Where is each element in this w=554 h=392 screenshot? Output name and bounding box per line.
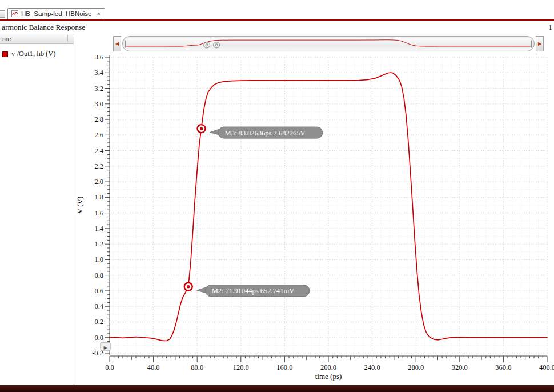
signal-color-swatch — [2, 51, 8, 57]
svg-text:0.2: 0.2 — [94, 318, 103, 326]
waveform-chart[interactable]: -0.20.00.20.40.60.81.01.21.41.61.82.02.2… — [74, 51, 554, 385]
svg-text:0.4: 0.4 — [94, 302, 103, 310]
window-menu-icon[interactable] — [0, 10, 5, 18]
svg-text:120.0: 120.0 — [233, 363, 249, 371]
svg-text:3.6: 3.6 — [94, 53, 103, 61]
page-number: 1 — [548, 23, 552, 32]
svg-text:0.8: 0.8 — [94, 271, 103, 279]
marker-m3[interactable]: M3: 83.82636ps 2.682265V — [198, 125, 323, 138]
svg-text:2.6: 2.6 — [94, 131, 103, 139]
status-bar — [0, 385, 554, 392]
tab-hb-samp[interactable]: HB_Samp-led_HBNoise × — [7, 8, 105, 19]
svg-text:280.0: 280.0 — [408, 363, 424, 371]
overview-trace — [125, 40, 532, 46]
viva-window: HB_Samp-led_HBNoise × armonic Balance Re… — [0, 0, 554, 392]
svg-text:0.6: 0.6 — [94, 287, 103, 295]
zoom-thumb-2[interactable] — [214, 42, 220, 48]
overview-waveform — [123, 37, 534, 51]
svg-text:2.4: 2.4 — [94, 147, 103, 155]
signal-panel: me v /Out1; hb (V) — [0, 34, 74, 385]
svg-text:240.0: 240.0 — [364, 363, 380, 371]
waveform-tab-icon — [11, 10, 18, 17]
marker-callout-label: M3: 83.82636ps 2.682265V — [225, 129, 306, 137]
svg-text:160.0: 160.0 — [276, 363, 292, 371]
svg-text:1.0: 1.0 — [94, 255, 103, 263]
marker-dot — [200, 127, 203, 130]
name-column-header[interactable]: me — [0, 34, 74, 44]
svg-text:0.0: 0.0 — [94, 334, 103, 342]
scroll-right-button[interactable]: ▶ — [536, 36, 544, 51]
play-icon: ▶ — [103, 345, 107, 350]
svg-text:400.0: 400.0 — [539, 363, 554, 371]
svg-text:40.0: 40.0 — [147, 363, 160, 371]
svg-text:1.8: 1.8 — [94, 193, 103, 201]
y-axis-title: V (V) — [75, 197, 84, 214]
zoom-thumb-1[interactable] — [204, 42, 210, 48]
plot-title: armonic Balance Response — [2, 23, 85, 32]
tab-close-icon[interactable]: × — [97, 11, 100, 17]
main-area: me v /Out1; hb (V) ◀ ▶ -0.20.00.20.40.60… — [0, 34, 554, 385]
signal-legend-item[interactable]: v /Out1; hb (V) — [2, 50, 74, 58]
svg-text:80.0: 80.0 — [191, 363, 203, 371]
tab-label: HB_Samp-led_HBNoise — [21, 10, 91, 17]
svg-text:1.4: 1.4 — [94, 225, 103, 233]
svg-text:2.0: 2.0 — [94, 178, 103, 186]
marker-callout-label: M2: 71.91044ps 652.741mV — [212, 287, 294, 295]
scrollbar-track[interactable] — [122, 36, 535, 51]
signal-legend-label: v /Out1; hb (V) — [11, 50, 55, 58]
pan-zoom-scrollbar: ◀ ▶ — [113, 36, 544, 51]
overview-left-grip[interactable] — [125, 40, 126, 47]
svg-text:0.0: 0.0 — [105, 363, 114, 371]
overview-right-grip[interactable] — [531, 40, 532, 47]
svg-text:2.8: 2.8 — [94, 115, 103, 123]
svg-text:3.4: 3.4 — [94, 69, 103, 77]
svg-text:3.0: 3.0 — [94, 100, 103, 108]
strip-toggle-button[interactable]: ▶ — [101, 342, 110, 351]
svg-text:360.0: 360.0 — [495, 363, 511, 371]
x-axis-title: time (ps) — [315, 372, 342, 381]
svg-text:3.2: 3.2 — [94, 85, 103, 93]
svg-text:2.2: 2.2 — [94, 162, 103, 170]
marker-dot — [187, 285, 190, 288]
plot-area: ◀ ▶ -0.20.00.20.40.60.81.01.21.41.61.82.… — [74, 34, 554, 385]
marker-m2[interactable]: M2: 71.91044ps 652.741mV — [184, 283, 310, 297]
svg-text:1.6: 1.6 — [94, 209, 103, 217]
tab-bar: HB_Samp-led_HBNoise × — [0, 0, 554, 21]
title-row: armonic Balance Response 1 — [0, 21, 554, 34]
column-divider — [67, 35, 68, 42]
scroll-left-button[interactable]: ◀ — [113, 36, 121, 51]
svg-text:1.2: 1.2 — [94, 240, 103, 248]
svg-text:200.0: 200.0 — [320, 363, 336, 371]
svg-text:320.0: 320.0 — [452, 363, 468, 371]
